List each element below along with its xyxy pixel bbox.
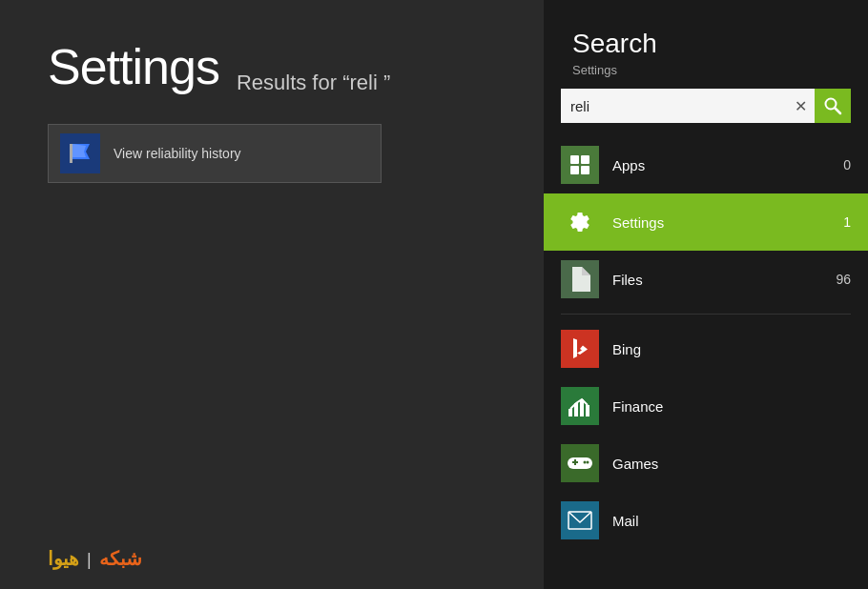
settings-label: Settings [612,214,843,231]
search-scope: Settings [544,59,868,89]
finance-icon [561,387,599,425]
bing-label: Bing [612,341,851,357]
apps-icon [561,146,599,184]
search-input-row: ✕ [561,89,851,123]
app-finance[interactable]: Finance [544,377,868,435]
svg-rect-0 [70,144,72,163]
games-icon [561,444,599,482]
svg-line-4 [835,108,840,113]
app-bing[interactable]: Bing [544,320,868,377]
divider [561,314,851,315]
svg-rect-6 [581,155,589,164]
svg-marker-2 [72,144,86,157]
watermark-hiva: هیوا [48,548,79,569]
app-games[interactable]: Games [544,435,868,492]
svg-rect-7 [570,166,579,174]
search-go-button[interactable] [815,89,851,123]
results-for-text: Results for “reli ” [237,53,390,95]
svg-point-16 [584,461,587,464]
svg-rect-15 [574,459,576,465]
page-title: Settings [48,38,219,95]
svg-rect-8 [581,166,589,174]
apps-label: Apps [612,157,843,173]
category-settings[interactable]: Settings 1 [544,193,868,251]
search-input[interactable] [561,89,786,123]
search-heading: Search [544,0,868,59]
result-label: View reliability history [114,146,241,161]
svg-rect-12 [586,405,589,416]
svg-rect-9 [568,409,572,416]
files-count: 96 [836,272,851,287]
settings-icon [561,203,599,241]
title-row: Settings Results for “reli ” [48,38,496,95]
games-label: Games [612,456,851,472]
settings-count: 1 [843,214,851,230]
right-panel: Search Settings ✕ Apps 0 [544,0,868,589]
result-item-reliability[interactable]: View reliability history [48,124,382,183]
watermark-separator: | [82,550,92,569]
apps-count: 0 [843,157,851,173]
category-apps[interactable]: Apps 0 [544,136,868,193]
finance-label: Finance [612,398,851,415]
search-clear-button[interactable]: ✕ [786,89,815,123]
left-panel: Settings Results for “reli ” View reliab… [0,0,544,589]
watermark-shabake: شبکه [99,548,142,569]
mail-label: Mail [612,513,851,529]
svg-point-17 [587,461,589,464]
category-files[interactable]: Files 96 [544,251,868,308]
watermark: شبکه | هیوا [48,547,146,570]
app-mail[interactable]: Mail [544,492,868,549]
files-icon [561,260,599,298]
bing-icon [561,330,599,368]
svg-rect-5 [570,155,579,164]
reliability-icon [60,133,100,173]
mail-icon [561,501,599,539]
files-label: Files [612,272,836,288]
